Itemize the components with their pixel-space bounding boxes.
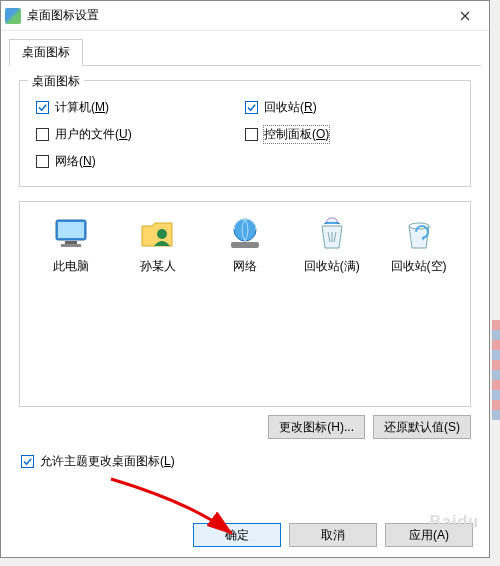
icon-this-pc[interactable]: 此电脑: [32, 214, 110, 275]
icon-bin-empty[interactable]: 回收站(空): [380, 214, 458, 275]
dialog-window: 桌面图标设置 桌面图标 桌面图标 计算机(M) 回收站(R): [0, 0, 490, 558]
user-folder-icon: [138, 214, 178, 254]
group-title: 桌面图标: [28, 73, 84, 90]
close-icon: [460, 11, 470, 21]
titlebar: 桌面图标设置: [1, 1, 489, 31]
close-button[interactable]: [445, 2, 485, 30]
checkbox-computer[interactable]: 计算机(M): [36, 99, 245, 116]
watermark: Baidu: [430, 513, 479, 531]
svg-rect-2: [65, 241, 77, 244]
icon-user-folder[interactable]: 孙某人: [119, 214, 197, 275]
check-icon: [21, 455, 34, 468]
svg-rect-3: [61, 244, 81, 247]
ok-button[interactable]: 确定: [193, 523, 281, 547]
check-icon: [245, 101, 258, 114]
content-area: 桌面图标 计算机(M) 回收站(R) 用户的文件(U) 控制面板(O): [1, 66, 489, 480]
group-desktop-icons: 桌面图标 计算机(M) 回收站(R) 用户的文件(U) 控制面板(O): [19, 80, 471, 187]
cancel-button[interactable]: 取消: [289, 523, 377, 547]
icon-preview-area: 此电脑 孙某人 网络: [19, 201, 471, 407]
svg-point-4: [157, 229, 167, 239]
check-icon: [36, 128, 49, 141]
check-icon: [245, 128, 258, 141]
check-icon: [36, 101, 49, 114]
checkbox-recycle-bin[interactable]: 回收站(R): [245, 99, 454, 116]
checkbox-control-panel[interactable]: 控制面板(O): [245, 126, 454, 143]
icon-row: 此电脑 孙某人 网络: [28, 214, 462, 275]
monitor-icon: [51, 214, 91, 254]
checkbox-network[interactable]: 网络(N): [36, 153, 245, 170]
bin-empty-icon: [399, 214, 439, 254]
checkbox-user-files[interactable]: 用户的文件(U): [36, 126, 245, 143]
window-title: 桌面图标设置: [27, 7, 445, 24]
icon-bin-full[interactable]: 回收站(满): [293, 214, 371, 275]
background-strip: [492, 320, 500, 420]
bin-full-icon: [312, 214, 352, 254]
tab-desktop-icons[interactable]: 桌面图标: [9, 39, 83, 66]
checkbox-allow-theme[interactable]: 允许主题更改桌面图标(L): [21, 453, 471, 470]
svg-rect-6: [231, 242, 259, 248]
icon-button-row: 更改图标(H)... 还原默认值(S): [19, 415, 471, 439]
svg-rect-1: [58, 222, 84, 238]
app-icon: [5, 8, 21, 24]
change-icon-button[interactable]: 更改图标(H)...: [268, 415, 365, 439]
tab-strip: 桌面图标: [1, 31, 489, 66]
checkbox-grid: 计算机(M) 回收站(R) 用户的文件(U) 控制面板(O) 网络(N): [36, 99, 454, 170]
check-icon: [36, 155, 49, 168]
network-icon: [225, 214, 265, 254]
icon-network[interactable]: 网络: [206, 214, 284, 275]
restore-default-button[interactable]: 还原默认值(S): [373, 415, 471, 439]
